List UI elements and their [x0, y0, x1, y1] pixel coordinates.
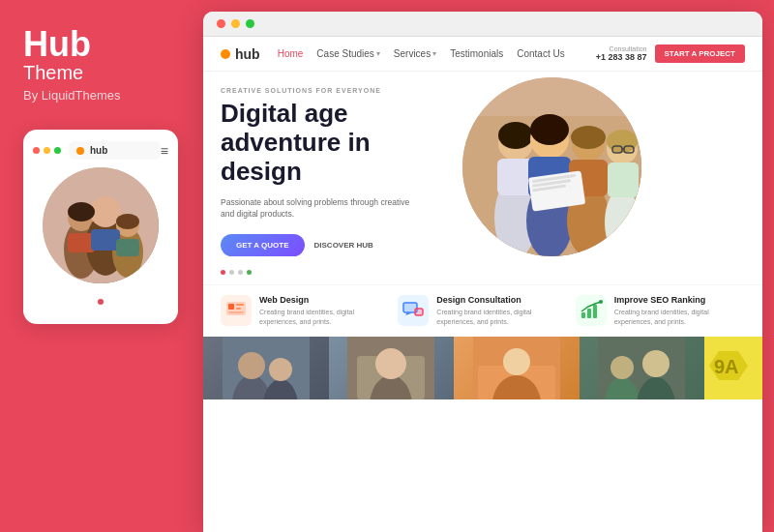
browser-dot-yellow: [231, 19, 240, 28]
nav-contact[interactable]: Contact Us: [517, 48, 564, 59]
svg-point-67: [642, 350, 670, 377]
brand-title: Hub: [23, 27, 180, 62]
webdesign-title: Web Design: [259, 295, 390, 305]
consultation-info: Consultation +1 283 38 87: [596, 45, 647, 62]
bottom-photo-2: [329, 337, 455, 399]
nav-services[interactable]: Services ▾: [394, 48, 436, 59]
svg-rect-11: [116, 239, 139, 256]
hero-title: Digital age adventure in design: [221, 100, 453, 187]
brand-subtitle: Theme: [23, 62, 180, 84]
browser-dot-green: [246, 19, 254, 28]
site-header: hub Home Case Studies ▾ Services ▾ Testi…: [203, 37, 762, 72]
svg-rect-38: [228, 304, 234, 310]
seo-desc: Creating brand identities, digital exper…: [614, 308, 745, 327]
mobile-hero-image: [43, 167, 159, 283]
bottom-photo-1: [203, 337, 329, 399]
svg-rect-32: [608, 163, 639, 197]
svg-rect-41: [228, 311, 244, 313]
chevron-down-icon: ▾: [432, 49, 436, 58]
svg-rect-44: [415, 309, 423, 315]
webdesign-icon: [221, 295, 252, 326]
seo-text: Improve SEO Ranking Creating brand ident…: [614, 295, 745, 327]
service-card-consultation: Design Consultation Creating brand ident…: [398, 295, 567, 327]
nav-case-studies[interactable]: Case Studies ▾: [316, 48, 379, 59]
webdesign-text: Web Design Creating brand identities, di…: [259, 295, 390, 327]
site-nav: Home Case Studies ▾ Services ▾ Testimoni…: [278, 48, 579, 59]
svg-point-52: [238, 352, 265, 379]
mobile-dots: [33, 147, 61, 154]
service-card-webdesign: Web Design Creating brand identities, di…: [221, 295, 390, 327]
consultation-title: Design Consultation: [436, 295, 567, 305]
brand-by: By LiquidThemes: [23, 88, 180, 103]
mobile-hamburger-icon[interactable]: ≡: [161, 143, 168, 159]
hero-title-line1: Digital age: [221, 99, 347, 128]
svg-point-7: [68, 202, 95, 222]
svg-rect-9: [68, 233, 95, 252]
svg-point-62: [503, 348, 530, 375]
browser-dot-red: [217, 19, 225, 28]
website-content: hub Home Case Studies ▾ Services ▾ Testi…: [203, 37, 762, 532]
consultation-label: Consultation: [596, 45, 647, 52]
discover-hub-button[interactable]: DISCOVER HUB: [314, 241, 373, 250]
mobile-mockup: hub ≡: [23, 130, 178, 324]
svg-point-54: [269, 358, 292, 381]
svg-point-24: [571, 126, 606, 149]
nav-testimonials[interactable]: Testimonials: [450, 48, 503, 59]
hero-title-line3: design: [221, 157, 302, 186]
consultation-icon: [398, 295, 429, 326]
chevron-down-icon: ▾: [376, 49, 380, 58]
hero-content: CREATIVE SOLUTIONS FOR EVERYONE Digital …: [221, 87, 453, 275]
nav-home[interactable]: Home: [278, 48, 304, 59]
site-logo-text: hub: [235, 46, 260, 62]
hero-tagline: CREATIVE SOLUTIONS FOR EVERYONE: [221, 87, 453, 94]
svg-point-65: [610, 356, 634, 379]
site-logo: hub: [221, 46, 260, 62]
bottom-photo-5: 9A: [704, 337, 762, 399]
svg-point-16: [498, 122, 533, 149]
svg-rect-10: [91, 229, 120, 251]
left-panel: Hub Theme By LiquidThemes hub ≡: [0, 0, 203, 532]
svg-point-49: [599, 300, 603, 304]
hero-dot-2[interactable]: [229, 270, 234, 275]
svg-point-58: [375, 348, 406, 379]
hero-image-container: [462, 77, 646, 261]
start-project-button[interactable]: START A PROJECT: [655, 44, 745, 63]
browser-window: hub Home Case Studies ▾ Services ▾ Testi…: [203, 12, 762, 532]
bottom-photo-3: [454, 337, 580, 399]
services-strip: Web Design Creating brand identities, di…: [203, 284, 762, 337]
hero-dot-4[interactable]: [247, 270, 252, 275]
mobile-nav-bar: hub: [69, 141, 161, 160]
webdesign-desc: Creating brand identities, digital exper…: [259, 308, 390, 327]
svg-rect-47: [587, 309, 591, 318]
hero-dot-3[interactable]: [238, 270, 243, 275]
hero-section: CREATIVE SOLUTIONS FOR EVERYONE Digital …: [203, 72, 762, 284]
svg-rect-39: [236, 304, 244, 306]
bottom-photo-strip: 9A: [203, 337, 762, 399]
get-quote-button[interactable]: GET A QUOTE: [221, 234, 305, 256]
consultation-desc: Creating brand identities, digital exper…: [436, 308, 567, 327]
mobile-dot-green: [54, 147, 61, 154]
svg-point-20: [530, 114, 569, 145]
hero-buttons: GET A QUOTE DISCOVER HUB: [221, 234, 453, 256]
svg-point-26: [605, 189, 640, 256]
consultation-number: +1 283 38 87: [596, 52, 647, 62]
bottom-photo-4: [580, 337, 705, 399]
browser-chrome: [203, 12, 762, 37]
svg-rect-46: [581, 312, 585, 318]
mobile-dot-red: [33, 147, 40, 154]
hero-dots-indicator: [221, 270, 453, 275]
hero-title-line2: adventure in: [221, 128, 371, 157]
svg-point-8: [116, 214, 139, 229]
hero-circle-image: [462, 77, 641, 256]
mobile-logo-text: hub: [90, 145, 107, 156]
site-logo-dot: [221, 49, 230, 59]
header-right: Consultation +1 283 38 87 START A PROJEC…: [596, 44, 745, 63]
svg-text:9A: 9A: [714, 356, 739, 377]
svg-rect-48: [593, 305, 597, 318]
mobile-logo-dot: [76, 147, 84, 155]
consultation-text: Design Consultation Creating brand ident…: [436, 295, 567, 327]
mobile-dot-yellow: [44, 147, 50, 154]
mobile-top-bar: hub ≡: [33, 141, 168, 160]
service-card-seo: Improve SEO Ranking Creating brand ident…: [576, 295, 745, 327]
hero-dot-1[interactable]: [221, 270, 225, 275]
